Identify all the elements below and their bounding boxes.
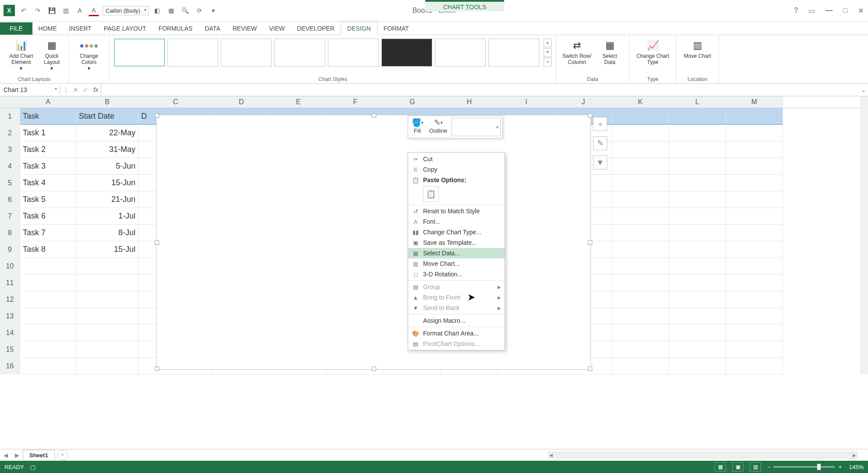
cell[interactable] — [669, 141, 726, 158]
tab-view[interactable]: VIEW — [263, 22, 291, 35]
cell[interactable] — [669, 241, 726, 258]
cell[interactable] — [669, 358, 726, 374]
undo-button[interactable]: ↶ — [18, 5, 29, 16]
cell[interactable]: 5-Jun — [76, 158, 139, 175]
cell[interactable]: 22-May — [76, 125, 139, 141]
cell[interactable] — [20, 341, 76, 358]
cell[interactable] — [726, 291, 783, 308]
cell[interactable] — [20, 275, 76, 291]
cell[interactable]: 15-Jun — [76, 175, 139, 191]
macro-record-icon[interactable]: ▢ — [30, 464, 36, 470]
cell[interactable] — [76, 291, 139, 308]
header-cell[interactable]: Task — [20, 108, 76, 125]
page-break-view-button[interactable]: ▥ — [750, 462, 761, 472]
column-header[interactable]: B — [76, 96, 139, 108]
cell[interactable] — [726, 308, 783, 325]
cell[interactable] — [669, 325, 726, 341]
cell[interactable] — [612, 175, 669, 191]
cell[interactable] — [669, 341, 726, 358]
cell[interactable] — [669, 258, 726, 275]
cell[interactable]: Task 8 — [20, 241, 76, 258]
cell[interactable]: 21-Jun — [76, 191, 139, 208]
cell[interactable] — [612, 358, 669, 374]
cell[interactable] — [726, 341, 783, 358]
column-header[interactable]: K — [612, 96, 669, 108]
cm-font[interactable]: A Font... — [408, 216, 505, 227]
header-cell[interactable] — [612, 108, 669, 125]
cell[interactable] — [612, 191, 669, 208]
cell[interactable] — [726, 208, 783, 225]
cell[interactable] — [612, 141, 669, 158]
switch-row-column-button[interactable]: ⇄ Switch Row/ Column — [560, 37, 594, 67]
cell[interactable] — [612, 308, 669, 325]
enter-formula-button[interactable]: ✓ — [83, 86, 88, 93]
cell[interactable] — [20, 308, 76, 325]
save-button[interactable]: 💾 — [46, 5, 57, 16]
close-button[interactable]: ✕ — [858, 7, 864, 15]
cell[interactable]: 1-Jul — [76, 208, 139, 225]
cell[interactable] — [76, 308, 139, 325]
preview-icon[interactable]: ▥ — [60, 5, 71, 16]
font-selector[interactable]: Calibri (Body) — [103, 6, 149, 15]
cell[interactable] — [612, 275, 669, 291]
formula-bar-expand[interactable]: ⌄ — [859, 86, 868, 93]
help-button[interactable]: ? — [794, 7, 798, 14]
cell[interactable]: Task 5 — [20, 191, 76, 208]
outline-button[interactable]: ✎▾ Outline — [427, 118, 449, 136]
row-header[interactable]: 7 — [0, 208, 20, 225]
cell[interactable] — [726, 141, 783, 158]
cell[interactable] — [669, 191, 726, 208]
cm-3d-rotation[interactable]: ◻ 3-D Rotation... — [408, 269, 505, 279]
move-chart-button[interactable]: ▥ Move Chart — [681, 37, 714, 60]
cell[interactable] — [669, 175, 726, 191]
tab-review[interactable]: REVIEW — [226, 22, 263, 35]
cell[interactable] — [726, 241, 783, 258]
row-header[interactable]: 15 — [0, 341, 20, 358]
maximize-button[interactable]: □ — [843, 7, 847, 14]
cm-select-data[interactable]: ▦ Select Data... — [408, 248, 505, 258]
cell[interactable] — [726, 125, 783, 141]
name-box[interactable]: Chart 13 — [0, 85, 60, 94]
row-header[interactable]: 3 — [0, 141, 20, 158]
select-data-button[interactable]: ▦ Select Data — [594, 37, 626, 67]
qat-btn-c[interactable]: 🔍 — [180, 5, 191, 16]
cell[interactable] — [612, 241, 669, 258]
change-colors-button[interactable]: ●●●● Change Colors▾ — [72, 37, 106, 72]
column-header[interactable]: E — [270, 96, 327, 108]
column-header[interactable]: A — [20, 96, 76, 108]
cm-cut[interactable]: ✂ Cut — [408, 154, 505, 164]
cell[interactable]: Task 2 — [20, 141, 76, 158]
chart-object[interactable]: ＋ ✎ ▼ — [156, 115, 591, 370]
chart-style-6[interactable] — [381, 39, 432, 67]
chart-styles-button[interactable]: ✎ — [593, 136, 607, 150]
cell[interactable] — [76, 325, 139, 341]
column-header[interactable]: F — [327, 96, 384, 108]
sheet-nav-next[interactable]: ▶ — [11, 452, 23, 459]
cell[interactable] — [726, 158, 783, 175]
tab-home[interactable]: HOME — [32, 22, 63, 35]
cell[interactable] — [612, 291, 669, 308]
cell[interactable] — [669, 308, 726, 325]
vertical-scrollbar[interactable] — [860, 96, 868, 374]
paste-option-default[interactable]: 📋 — [423, 186, 439, 202]
tab-page-layout[interactable]: PAGE LAYOUT — [98, 22, 153, 35]
cm-save-template[interactable]: ▣ Save as Template... — [408, 237, 505, 248]
column-header[interactable]: G — [384, 96, 441, 108]
row-header[interactable]: 8 — [0, 225, 20, 241]
chart-filters-button[interactable]: ▼ — [593, 155, 607, 169]
gallery-up[interactable]: ▲ — [544, 39, 551, 47]
change-chart-type-button[interactable]: 📈 Change Chart Type — [633, 37, 672, 67]
cell[interactable] — [669, 275, 726, 291]
zoom-out-button[interactable]: − — [767, 464, 771, 470]
column-header[interactable]: C — [139, 96, 213, 108]
header-cell[interactable] — [726, 108, 783, 125]
tab-file[interactable]: FILE — [0, 22, 32, 35]
zoom-in-button[interactable]: ＋ — [837, 463, 843, 471]
column-header[interactable]: J — [555, 96, 612, 108]
gallery-down[interactable]: ▼ — [544, 48, 551, 57]
cell[interactable]: 31-May — [76, 141, 139, 158]
cell[interactable] — [20, 358, 76, 374]
cell[interactable] — [669, 158, 726, 175]
cell[interactable] — [669, 225, 726, 241]
more-icon[interactable]: ⋮ — [63, 86, 69, 93]
